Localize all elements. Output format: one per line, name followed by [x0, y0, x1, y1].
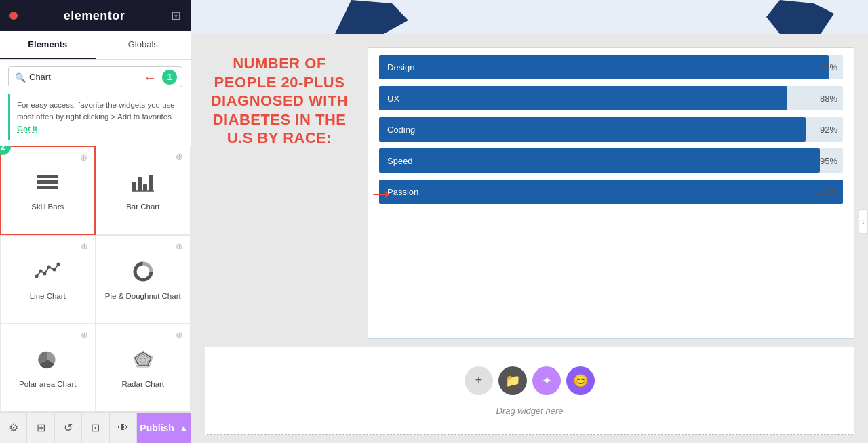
step-badge-2-wrap: 2: [0, 146, 11, 155]
skill-row-coding: Coding 92%: [379, 117, 843, 142]
search-icon: 🔍: [15, 72, 26, 82]
bar-chart-label: Bar Chart: [126, 203, 159, 211]
info-box: For easy access, favorite the widgets yo…: [8, 94, 182, 140]
svg-rect-0: [37, 175, 58, 178]
widget-pie-doughnut[interactable]: ⊕ Pie & Doughnut Chart: [96, 235, 191, 323]
publish-label: Publish: [140, 423, 174, 434]
panel-tabs: Elements Globals: [0, 31, 191, 60]
radar-chart-icon: [131, 350, 155, 375]
skill-pct-speed: 95%: [820, 156, 837, 166]
map-area: [191, 0, 868, 34]
svg-point-9: [39, 269, 43, 272]
skill-bar-fill-coding: Coding: [379, 117, 806, 142]
history-button[interactable]: ↺: [55, 413, 82, 443]
widget-line-chart[interactable]: ⊕ Line Chart: [0, 235, 96, 323]
folder-button[interactable]: 📁: [498, 366, 527, 395]
template-button[interactable]: ⊡: [82, 413, 109, 443]
skills-area: Design 97% UX 88%: [368, 47, 854, 339]
arrow-annotation-icon: ←: [143, 69, 157, 85]
radar-chart-label: Radar Chart: [121, 380, 164, 388]
drop-zone-buttons: + 📁 ✦ 😊: [465, 366, 595, 395]
skill-row-design: Design 97%: [379, 55, 843, 79]
widget-bar-chart[interactable]: ⊕ Bar Chart: [96, 146, 191, 235]
polar-chart-icon: [35, 350, 60, 375]
panel-header: elementor ⊞: [0, 0, 191, 31]
skill-bar-bg-ux: UX 88%: [379, 86, 843, 110]
app-title: elementor: [64, 9, 125, 23]
svg-rect-5: [143, 184, 147, 191]
big-arrow-icon: →: [368, 178, 395, 209]
skill-bar-bg-speed: Speed 95%: [379, 148, 843, 173]
svg-rect-3: [132, 182, 136, 191]
skill-bar-fill-design: Design: [379, 55, 829, 79]
step-badge-2: 2: [0, 146, 11, 155]
svg-point-11: [47, 265, 51, 268]
polar-area-label: Polar area Chart: [19, 380, 76, 388]
svg-point-10: [43, 272, 47, 275]
traffic-light-dot: [9, 12, 18, 20]
svg-point-12: [53, 268, 56, 271]
skill-bars-label: Skill Bars: [31, 203, 64, 211]
widget-skill-bars[interactable]: 2 ⊕ Skill Bars: [0, 146, 96, 235]
skill-row-speed: Speed 95%: [379, 148, 843, 173]
chevron-up-icon: ▲: [180, 423, 188, 433]
got-it-link[interactable]: Got It: [17, 125, 37, 133]
skill-bar-fill-passion: Passion: [379, 180, 843, 204]
left-panel: elementor ⊞ Elements Globals 🔍 ← 1 For e…: [0, 0, 191, 443]
skill-bar-fill-ux: UX: [379, 86, 787, 110]
widget-grid: 2 ⊕ Skill Bars ⊕: [0, 146, 191, 412]
fav-icon-bar-chart[interactable]: ⊕: [176, 152, 183, 162]
pie-chart-icon: [131, 261, 155, 287]
widget-polar-area[interactable]: ⊕ Polar area Chart: [0, 324, 96, 412]
map-shape-left: [327, 0, 408, 34]
fav-icon-radar-chart[interactable]: ⊕: [176, 330, 183, 340]
svg-rect-6: [149, 175, 153, 191]
step-badge-1: 1: [162, 70, 177, 85]
top-content: NUMBER OF PEOPLE 20-PLUS DIAGNOSED WITH …: [205, 47, 854, 339]
skill-bar-bg-coding: Coding 92%: [379, 117, 843, 142]
collapse-panel-handle[interactable]: ‹: [859, 209, 868, 234]
preview-button[interactable]: 👁: [110, 413, 137, 443]
line-chart-label: Line Chart: [30, 292, 66, 300]
skill-pct-design: 97%: [820, 62, 837, 72]
skill-bar-fill-speed: Speed: [379, 148, 820, 173]
search-wrap: 🔍 ← 1: [0, 60, 191, 94]
tab-globals[interactable]: Globals: [96, 31, 191, 59]
headline-area: NUMBER OF PEOPLE 20-PLUS DIAGNOSED WITH …: [205, 47, 354, 339]
skill-name-coding: Coding: [387, 125, 415, 135]
tab-elements[interactable]: Elements: [0, 31, 96, 59]
widget-radar-chart[interactable]: ⊕ Radar Chart: [96, 324, 191, 412]
add-widget-button[interactable]: +: [465, 366, 493, 395]
publish-button[interactable]: Publish ▲: [137, 413, 191, 443]
pie-doughnut-label: Pie & Doughnut Chart: [105, 292, 181, 300]
content-area: NUMBER OF PEOPLE 20-PLUS DIAGNOSED WITH …: [191, 34, 868, 339]
main-area: NUMBER OF PEOPLE 20-PLUS DIAGNOSED WITH …: [191, 0, 868, 443]
fav-icon-polar-area[interactable]: ⊕: [81, 330, 88, 340]
magic-button[interactable]: ✦: [532, 366, 561, 395]
skill-name-design: Design: [387, 62, 414, 72]
bar-chart-icon: [131, 172, 155, 197]
grid-menu-icon[interactable]: ⊞: [171, 8, 181, 23]
skill-pct-coding: 92%: [820, 125, 837, 135]
settings-button[interactable]: ⚙: [0, 413, 27, 443]
drop-text: Drag widget here: [496, 406, 564, 416]
map-shape-right: [766, 0, 834, 34]
skill-pct-ux: 88%: [820, 93, 837, 104]
fav-icon-pie-doughnut[interactable]: ⊕: [176, 241, 183, 251]
skill-row-ux: UX 88%: [379, 86, 843, 110]
skill-bars-icon: [35, 172, 60, 197]
fav-icon-line-chart[interactable]: ⊕: [81, 241, 88, 251]
bottom-toolbar: ⚙ ⊞ ↺ ⊡ 👁 Publish ▲: [0, 412, 191, 443]
fav-icon-skill-bars[interactable]: ⊕: [80, 152, 87, 163]
line-chart-icon: [35, 261, 60, 287]
skill-pct-passion: 100%: [815, 187, 837, 197]
skill-name-speed: Speed: [387, 156, 413, 166]
drop-zone: + 📁 ✦ 😊 Drag widget here: [205, 347, 854, 435]
headline-text: NUMBER OF PEOPLE 20-PLUS DIAGNOSED WITH …: [205, 54, 354, 148]
skill-bar-bg-passion: Passion 100%: [379, 180, 843, 204]
skill-name-ux: UX: [387, 93, 399, 104]
layers-button[interactable]: ⊞: [27, 413, 54, 443]
info-text: For easy access, favorite the widgets yo…: [17, 101, 175, 121]
skill-row-passion: Passion 100%: [379, 180, 843, 204]
emoji-button[interactable]: 😊: [566, 366, 595, 395]
